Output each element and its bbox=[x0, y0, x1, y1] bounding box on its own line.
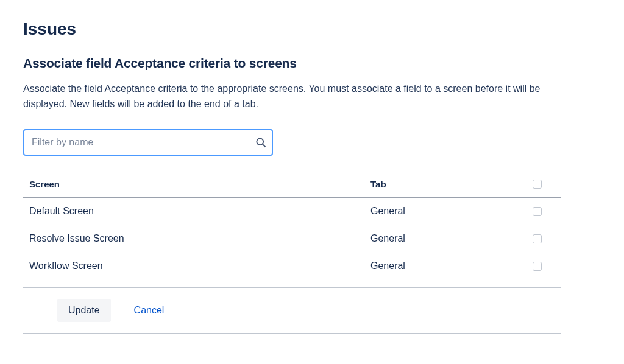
svg-point-0 bbox=[257, 138, 263, 145]
table-header-row: Screen Tab bbox=[23, 173, 561, 197]
screen-tab-cell: General bbox=[364, 225, 518, 253]
screen-name-cell: Resolve Issue Screen bbox=[23, 225, 364, 253]
screen-checkbox-cell bbox=[518, 197, 561, 225]
screens-table: Screen Tab Default Screen General Resolv… bbox=[23, 173, 561, 280]
filter-by-name-input[interactable] bbox=[23, 129, 273, 156]
screen-checkbox-cell bbox=[518, 225, 561, 253]
column-header-screen: Screen bbox=[23, 173, 364, 197]
cancel-button[interactable]: Cancel bbox=[132, 299, 167, 322]
button-row: Update Cancel bbox=[23, 287, 561, 334]
table-row: Workflow Screen General bbox=[23, 253, 561, 280]
screen-row-checkbox[interactable] bbox=[533, 234, 542, 243]
update-button[interactable]: Update bbox=[57, 299, 111, 322]
description-text: Associate the field Acceptance criteria … bbox=[23, 82, 559, 112]
page-title: Issues bbox=[23, 19, 601, 39]
screen-tab-cell: General bbox=[364, 197, 518, 225]
column-header-select-all bbox=[518, 173, 561, 197]
screen-row-checkbox[interactable] bbox=[533, 207, 542, 216]
svg-line-1 bbox=[263, 144, 265, 147]
screen-tab-cell: General bbox=[364, 253, 518, 280]
screen-checkbox-cell bbox=[518, 253, 561, 280]
table-row: Resolve Issue Screen General bbox=[23, 225, 561, 253]
table-row: Default Screen General bbox=[23, 197, 561, 225]
section-title: Associate field Acceptance criteria to s… bbox=[23, 56, 601, 71]
column-header-tab: Tab bbox=[364, 173, 518, 197]
screen-row-checkbox[interactable] bbox=[533, 262, 542, 271]
screen-name-cell: Default Screen bbox=[23, 197, 364, 225]
filter-wrap bbox=[23, 129, 273, 156]
search-icon bbox=[255, 136, 267, 149]
screen-name-cell: Workflow Screen bbox=[23, 253, 364, 280]
select-all-checkbox[interactable] bbox=[533, 180, 542, 189]
